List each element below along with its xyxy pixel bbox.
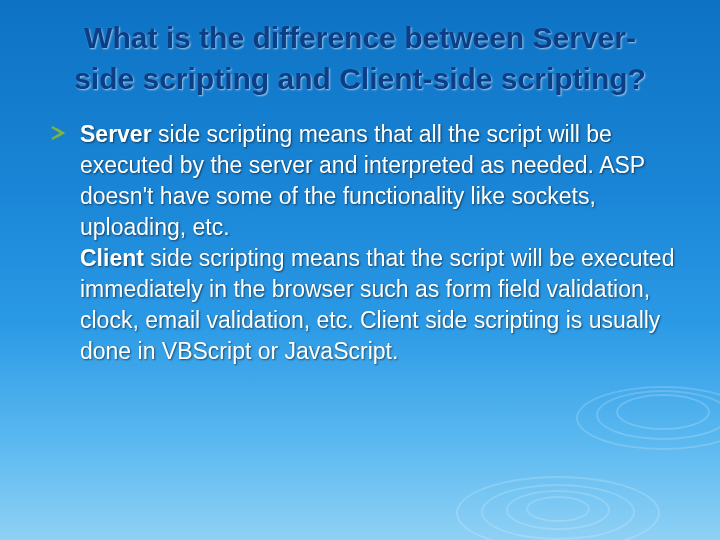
- title-line-2: side scripting and Client-side scripting…: [74, 62, 646, 95]
- bullet-item: Server side scripting means that all the…: [50, 119, 680, 367]
- slide-title: What is the difference between Server- s…: [40, 18, 680, 99]
- slide: What is the difference between Server- s…: [0, 0, 720, 540]
- bullet-text: Server side scripting means that all the…: [80, 119, 680, 367]
- client-bold: Client: [80, 245, 144, 271]
- slide-body: Server side scripting means that all the…: [40, 119, 680, 367]
- client-text: side scripting means that the script wil…: [80, 245, 674, 364]
- server-text: side scripting means that all the script…: [80, 121, 645, 240]
- background-ripples: [360, 340, 720, 540]
- title-line-1: What is the difference between Server-: [84, 21, 636, 54]
- server-bold: Server: [80, 121, 152, 147]
- chevron-right-icon: [50, 125, 66, 141]
